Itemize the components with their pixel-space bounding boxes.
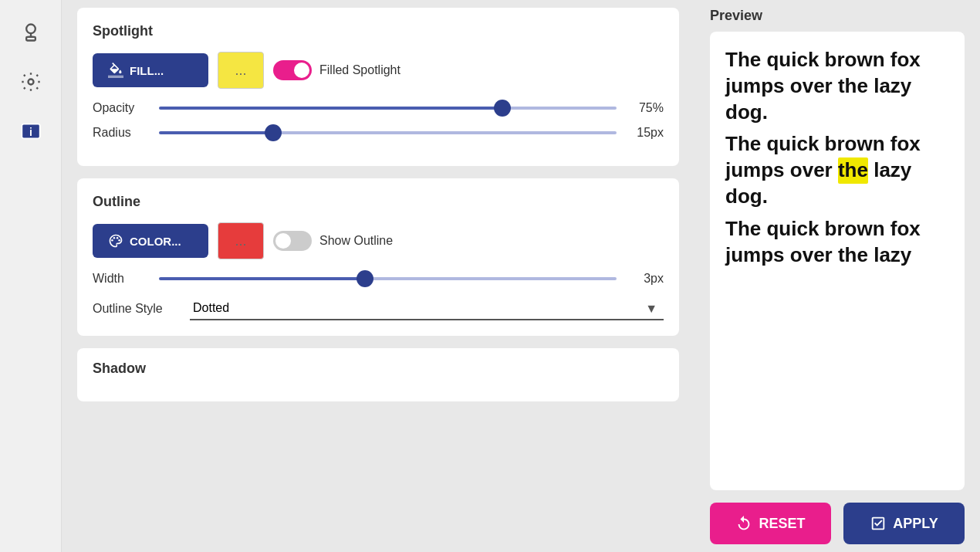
cursor-icon[interactable] [14, 15, 48, 49]
reset-icon [735, 515, 752, 532]
width-slider[interactable] [159, 277, 617, 280]
show-outline-label: Show Outline [319, 234, 393, 248]
outline-style-select-wrapper: None Solid Dashed Dotted Double ▼ [190, 296, 664, 320]
fill-icon [108, 63, 123, 78]
opacity-value: 75% [629, 101, 664, 115]
info-icon[interactable]: i [14, 114, 48, 148]
opacity-slider[interactable] [159, 107, 617, 110]
outline-section: Outline COLOR... ... [77, 178, 679, 336]
shadow-title: Shadow [93, 361, 664, 377]
svg-point-8 [118, 239, 120, 242]
filled-spotlight-toggle[interactable] [273, 60, 312, 80]
outline-style-select[interactable]: None Solid Dashed Dotted Double [190, 296, 664, 320]
preview-title: Preview [710, 8, 965, 24]
svg-text:i: i [29, 126, 32, 138]
sidebar: i [0, 0, 62, 552]
filled-spotlight-toggle-container: Filled Spotlight [273, 60, 400, 80]
outline-style-label: Outline Style [93, 302, 177, 316]
opacity-row: Opacity 75% [93, 101, 664, 115]
radius-label: Radius [93, 126, 147, 140]
show-outline-toggle-container: Show Outline [273, 231, 393, 251]
action-buttons: RESET APPLY [710, 503, 965, 544]
color-icon [108, 233, 123, 249]
width-label: Width [93, 272, 147, 286]
apply-icon [870, 515, 887, 532]
highlight-word: the [838, 157, 868, 184]
shadow-section: Shadow [77, 348, 679, 401]
opacity-label: Opacity [93, 101, 147, 115]
svg-point-2 [28, 80, 33, 85]
opacity-thumb[interactable] [494, 100, 511, 117]
main-content: Spotlight FILL... ... [62, 0, 980, 552]
fill-row: FILL... ... Filled Spotlight [93, 52, 664, 89]
svg-point-0 [26, 25, 35, 34]
width-thumb[interactable] [357, 270, 373, 287]
outline-title: Outline [93, 194, 664, 210]
outline-style-row: Outline Style None Solid Dashed Dotted D… [93, 296, 664, 320]
color-button[interactable]: COLOR... [93, 224, 208, 258]
settings-icon[interactable] [14, 65, 48, 99]
color-row: COLOR... ... Show Outline [93, 222, 664, 259]
left-panel: Spotlight FILL... ... [62, 0, 694, 552]
preview-text-1: The quick brown fox jumps over the lazy … [725, 47, 949, 125]
svg-rect-1 [26, 37, 35, 41]
width-row: Width 3px [93, 272, 664, 286]
outline-color-swatch[interactable]: ... [218, 222, 264, 259]
reset-button[interactable]: RESET [710, 503, 831, 544]
fill-button[interactable]: FILL... [93, 53, 208, 87]
right-panel: Preview The quick brown fox jumps over t… [694, 0, 980, 552]
radius-thumb[interactable] [265, 124, 282, 141]
svg-point-6 [113, 237, 116, 239]
filled-spotlight-label: Filled Spotlight [319, 63, 400, 77]
preview-text-2: The quick brown fox jumps over the lazy … [725, 131, 949, 209]
radius-slider[interactable] [159, 131, 617, 134]
spotlight-title: Spotlight [93, 23, 664, 39]
fill-color-swatch[interactable]: ... [218, 52, 264, 89]
preview-text-3: The quick brown fox jumps over the lazy [725, 216, 949, 269]
preview-box: The quick brown fox jumps over the lazy … [710, 32, 965, 490]
svg-point-5 [111, 239, 113, 242]
width-value: 3px [629, 272, 664, 286]
spotlight-section: Spotlight FILL... ... [77, 8, 679, 166]
svg-point-7 [117, 237, 119, 239]
show-outline-toggle[interactable] [273, 231, 312, 251]
radius-row: Radius 15px [93, 126, 664, 140]
apply-button[interactable]: APPLY [843, 503, 965, 544]
radius-value: 15px [629, 126, 664, 140]
